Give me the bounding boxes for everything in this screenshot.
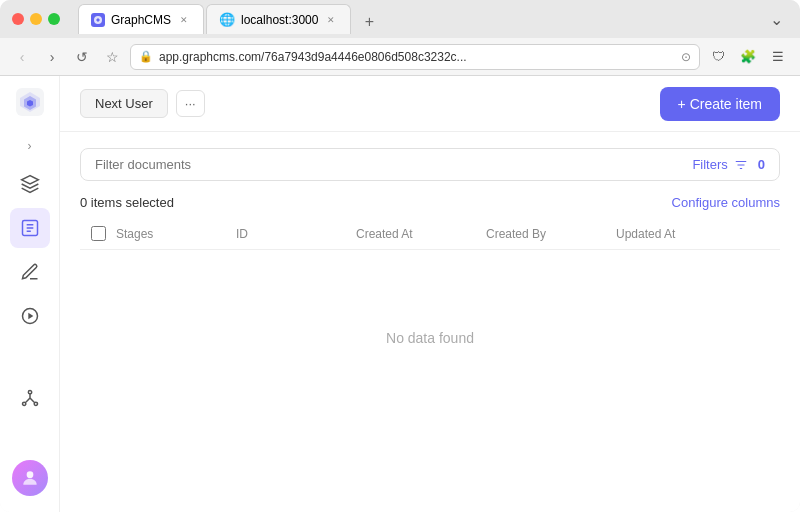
- browser-menu-icon[interactable]: ⌄: [764, 7, 788, 31]
- content-area: Filters 0 0 items selected Configure col…: [60, 132, 800, 512]
- minimize-traffic-light[interactable]: [30, 13, 42, 25]
- filter-icon: [734, 158, 748, 172]
- graphcms-logo: [12, 84, 48, 120]
- filters-label: Filters: [692, 157, 727, 172]
- filter-input[interactable]: [95, 157, 692, 172]
- main-area: Next User ··· + Create item Filters 0: [60, 76, 800, 512]
- tab-graphcms[interactable]: GraphCMS ✕: [78, 4, 204, 34]
- svg-point-4: [28, 391, 31, 394]
- selection-label: 0 items selected: [80, 195, 174, 210]
- toolbar: Next User ··· + Create item: [60, 76, 800, 132]
- tab-graphcms-label: GraphCMS: [111, 13, 171, 27]
- graphcms-favicon: [91, 13, 105, 27]
- sidebar-item-layers[interactable]: [10, 164, 50, 204]
- bookmark-button[interactable]: ☆: [100, 45, 124, 69]
- filter-bar: Filters 0: [80, 148, 780, 181]
- app-content: ›: [0, 76, 800, 512]
- sidebar-collapse-button[interactable]: ›: [16, 132, 44, 160]
- tab-localhost[interactable]: 🌐 localhost:3000 ✕: [206, 4, 351, 34]
- user-avatar[interactable]: [12, 460, 48, 496]
- browser-settings-icon[interactable]: ☰: [766, 45, 790, 69]
- svg-point-5: [22, 402, 25, 405]
- maximize-traffic-light[interactable]: [48, 13, 60, 25]
- svg-point-6: [34, 402, 37, 405]
- table-header: Stages ID Created At Created By Updated …: [80, 218, 780, 250]
- new-tab-button[interactable]: +: [357, 10, 381, 34]
- tab-graphcms-close[interactable]: ✕: [177, 13, 191, 27]
- page-info-icon: ⊙: [681, 50, 691, 64]
- configure-columns-link[interactable]: Configure columns: [672, 195, 780, 210]
- svg-point-7: [26, 471, 33, 478]
- tab-localhost-close[interactable]: ✕: [324, 13, 338, 27]
- extensions-icon[interactable]: 🧩: [736, 45, 760, 69]
- next-user-button[interactable]: Next User: [80, 89, 168, 118]
- column-header-id: ID: [236, 227, 356, 241]
- no-data-message: No data found: [80, 250, 780, 426]
- column-header-created-by: Created By: [486, 227, 616, 241]
- sidebar-item-play[interactable]: [10, 296, 50, 336]
- back-button[interactable]: ‹: [10, 45, 34, 69]
- column-header-updated-at: Updated At: [616, 227, 780, 241]
- lock-icon: 🔒: [139, 50, 153, 63]
- reload-button[interactable]: ↺: [70, 45, 94, 69]
- brave-shield-icon[interactable]: 🛡: [706, 45, 730, 69]
- address-text: app.graphcms.com/76a7943d9a4446e0806d508…: [159, 50, 675, 64]
- column-header-stages: Stages: [116, 227, 236, 241]
- tab-localhost-label: localhost:3000: [241, 13, 318, 27]
- sidebar-item-edit[interactable]: [10, 208, 50, 248]
- selection-row: 0 items selected Configure columns: [80, 195, 780, 210]
- sidebar-item-pen[interactable]: [10, 252, 50, 292]
- filters-button[interactable]: Filters 0: [692, 157, 765, 172]
- traffic-lights: [12, 13, 60, 25]
- select-all-checkbox[interactable]: [91, 226, 106, 241]
- nav-right: 🛡 🧩 ☰: [706, 45, 790, 69]
- tabs-bar: GraphCMS ✕ 🌐 localhost:3000 ✕ +: [78, 4, 381, 34]
- title-bar: GraphCMS ✕ 🌐 localhost:3000 ✕ + ⌄: [0, 0, 800, 38]
- sidebar-item-api[interactable]: [10, 378, 50, 418]
- forward-button[interactable]: ›: [40, 45, 64, 69]
- create-item-button[interactable]: + Create item: [660, 87, 780, 121]
- browser-frame: GraphCMS ✕ 🌐 localhost:3000 ✕ + ⌄ ‹ › ↺ …: [0, 0, 800, 512]
- close-traffic-light[interactable]: [12, 13, 24, 25]
- address-bar[interactable]: 🔒 app.graphcms.com/76a7943d9a4446e0806d5…: [130, 44, 700, 70]
- filter-count: 0: [758, 157, 765, 172]
- more-options-button[interactable]: ···: [176, 90, 205, 117]
- nav-bar: ‹ › ↺ ☆ 🔒 app.graphcms.com/76a7943d9a444…: [0, 38, 800, 76]
- column-header-created-at: Created At: [356, 227, 486, 241]
- sidebar: ›: [0, 76, 60, 512]
- select-all-checkbox-cell: [80, 226, 116, 241]
